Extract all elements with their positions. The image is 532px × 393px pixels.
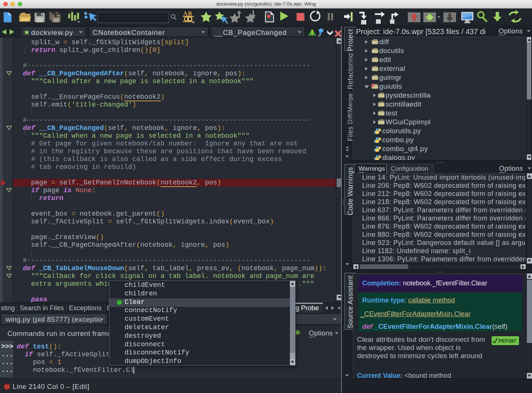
svg-text:*: * <box>371 81 375 92</box>
svg-text:B: B <box>188 10 192 17</box>
svg-text:A: A <box>183 10 188 17</box>
